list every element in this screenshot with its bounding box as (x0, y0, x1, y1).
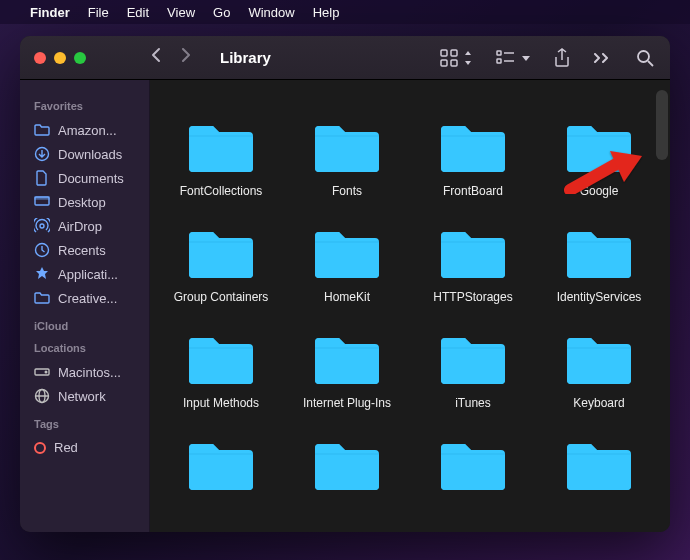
folder-icon (563, 438, 635, 494)
sidebar-item[interactable]: Downloads (30, 142, 143, 166)
sidebar-item-label: Documents (58, 171, 124, 186)
svg-rect-0 (441, 50, 447, 56)
folder-item[interactable]: Internet Plug-Ins (288, 332, 406, 410)
folder-item[interactable] (540, 438, 658, 494)
scrollbar[interactable] (656, 90, 668, 160)
menu-view[interactable]: View (167, 5, 195, 20)
maximize-button[interactable] (74, 52, 86, 64)
sidebar-item[interactable]: Red (30, 436, 143, 459)
folder-icon (437, 226, 509, 282)
svg-rect-2 (441, 60, 447, 66)
app-icon (34, 266, 50, 282)
view-mode-button[interactable] (440, 49, 472, 67)
group-button[interactable] (496, 50, 530, 66)
folder-label: Fonts (332, 184, 362, 198)
folder-label: Internet Plug-Ins (303, 396, 391, 410)
sidebar-item[interactable]: AirDrop (30, 214, 143, 238)
folder-icon (563, 226, 635, 282)
disk-icon (34, 364, 50, 380)
sidebar-item[interactable]: Desktop (30, 190, 143, 214)
globe-icon (34, 388, 50, 404)
svg-rect-1 (451, 50, 457, 56)
folder-item[interactable]: IdentityServices (540, 226, 658, 304)
menu-window[interactable]: Window (248, 5, 294, 20)
sidebar-item-label: Macintos... (58, 365, 121, 380)
folder-icon (437, 438, 509, 494)
sidebar-item[interactable]: Recents (30, 238, 143, 262)
folder-label: FontCollections (180, 184, 263, 198)
back-button[interactable] (150, 47, 162, 68)
toolbar (440, 48, 670, 68)
folder-icon (185, 438, 257, 494)
folder-icon (185, 332, 257, 388)
search-button[interactable] (636, 49, 654, 67)
folder-label: HomeKit (324, 290, 370, 304)
sidebar-item[interactable]: Macintos... (30, 360, 143, 384)
folder-item[interactable] (288, 438, 406, 494)
menu-file[interactable]: File (88, 5, 109, 20)
folder-icon (34, 290, 50, 306)
sidebar-item-label: Creative... (58, 291, 117, 306)
sidebar-item-label: Desktop (58, 195, 106, 210)
svg-point-13 (40, 224, 44, 228)
more-button[interactable] (594, 53, 612, 63)
share-button[interactable] (554, 48, 570, 68)
tag-icon (34, 442, 46, 454)
folder-label: Keyboard (573, 396, 624, 410)
sidebar-item-label: Recents (58, 243, 106, 258)
folder-icon (437, 332, 509, 388)
folder-item[interactable] (162, 438, 280, 494)
folder-icon (437, 120, 509, 176)
folder-label: FrontBoard (443, 184, 503, 198)
sidebar-section-label: Favorites (34, 100, 139, 112)
sidebar-item-label: Downloads (58, 147, 122, 162)
content-area[interactable]: FontCollectionsFontsFrontBoardGoogleGrou… (150, 80, 670, 532)
folder-icon (311, 438, 383, 494)
minimize-button[interactable] (54, 52, 66, 64)
menu-edit[interactable]: Edit (127, 5, 149, 20)
folder-label: HTTPStorages (433, 290, 512, 304)
sidebar-item-label: Red (54, 440, 78, 455)
svg-point-8 (638, 51, 649, 62)
sidebar-item[interactable]: Documents (30, 166, 143, 190)
svg-line-9 (648, 61, 653, 66)
folder-item[interactable]: Input Methods (162, 332, 280, 410)
sidebar-item[interactable]: Amazon... (30, 118, 143, 142)
folder-label: Input Methods (183, 396, 259, 410)
close-button[interactable] (34, 52, 46, 64)
folder-label: Google (580, 184, 619, 198)
folder-icon (563, 332, 635, 388)
menubar: Finder File Edit View Go Window Help (0, 0, 690, 24)
doc-icon (34, 170, 50, 186)
folder-item[interactable]: Google (540, 120, 658, 198)
svg-rect-5 (497, 59, 501, 63)
menu-help[interactable]: Help (313, 5, 340, 20)
folder-icon (311, 332, 383, 388)
folder-item[interactable]: Group Containers (162, 226, 280, 304)
sidebar-item[interactable]: Network (30, 384, 143, 408)
sidebar-item-label: Amazon... (58, 123, 117, 138)
download-icon (34, 146, 50, 162)
sidebar-item[interactable]: Creative... (30, 286, 143, 310)
folder-item[interactable]: Keyboard (540, 332, 658, 410)
sidebar-item-label: Applicati... (58, 267, 118, 282)
svg-rect-4 (497, 51, 501, 55)
forward-button[interactable] (180, 47, 192, 68)
folder-item[interactable]: Fonts (288, 120, 406, 198)
folder-item[interactable]: HTTPStorages (414, 226, 532, 304)
menu-go[interactable]: Go (213, 5, 230, 20)
folder-label: IdentityServices (557, 290, 642, 304)
folder-item[interactable]: FrontBoard (414, 120, 532, 198)
folder-label: iTunes (455, 396, 491, 410)
folder-icon (34, 122, 50, 138)
folder-item[interactable]: HomeKit (288, 226, 406, 304)
finder-window: Library FavoritesAmazon...Download (20, 36, 670, 532)
sidebar-item[interactable]: Applicati... (30, 262, 143, 286)
window-title: Library (220, 49, 271, 66)
folder-item[interactable]: iTunes (414, 332, 532, 410)
titlebar: Library (20, 36, 670, 80)
app-name[interactable]: Finder (30, 5, 70, 20)
folder-item[interactable] (414, 438, 532, 494)
folder-item[interactable]: FontCollections (162, 120, 280, 198)
folder-icon (563, 120, 635, 176)
